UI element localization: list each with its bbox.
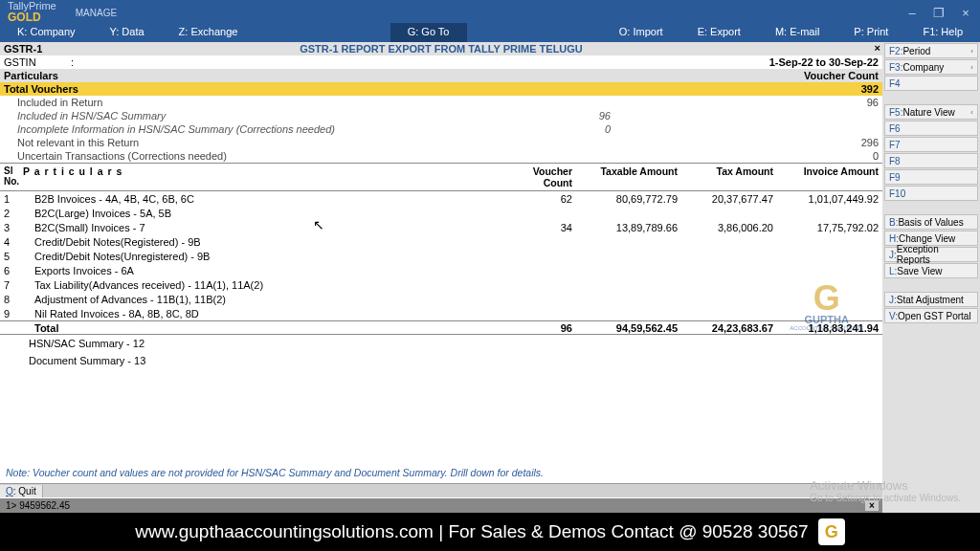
side-item[interactable]: F3: Company‹ <box>884 59 978 75</box>
gstin-label: GSTIN <box>4 56 71 68</box>
menu-exchange[interactable]: Z: Exchange <box>162 23 256 42</box>
note: Note: Voucher count and values are not p… <box>0 463 882 482</box>
included-val: 96 <box>867 97 879 108</box>
voucher-count-hdr: Voucher Count <box>804 70 879 81</box>
menubar: K: Company Y: Data Z: Exchange G: Go To … <box>0 23 980 42</box>
report-close-icon[interactable]: × <box>875 42 880 54</box>
calc-output: 1> 9459562.45 <box>6 500 70 511</box>
quit-button[interactable]: Q: Quit <box>0 485 43 497</box>
side-item: F8 <box>884 153 978 168</box>
menu-print[interactable]: P: Print <box>836 23 905 42</box>
table-row[interactable]: 9Nil Rated Invoices - 8A, 8B, 8C, 8D <box>0 306 882 320</box>
table-header: SlNo. P a r t i c u l a r s VoucherCount… <box>0 163 882 191</box>
menu-email[interactable]: M: E-mail <box>758 23 836 42</box>
hsn-inc-label[interactable]: Included in HSN/SAC Summary <box>17 110 166 121</box>
total-row: Total 96 94,59,562.45 24,23,683.67 1,18,… <box>0 320 882 335</box>
side-item[interactable]: F5: Nature View‹ <box>884 104 978 120</box>
side-item[interactable]: L: Save View <box>884 263 978 278</box>
period: 1-Sep-22 to 30-Sep-22 <box>769 56 879 68</box>
close-icon[interactable]: × <box>959 6 972 19</box>
total-vouchers-val: 392 <box>861 83 879 95</box>
report-name: GSTR-1 <box>4 43 42 55</box>
table-row[interactable]: 8Adjustment of Advances - 11B(1), 11B(2) <box>0 292 882 306</box>
side-item: F10 <box>884 186 978 201</box>
side-item[interactable]: J: Exception Reports <box>884 247 978 262</box>
hsn-incomp-val: 0 <box>605 123 611 135</box>
side-item: F9 <box>884 169 978 185</box>
summary-row[interactable]: HSN/SAC Summary - 12 <box>0 335 882 352</box>
watermark-logo: G GUPTHA ACCOUNTING SOLUTIONS <box>790 283 863 331</box>
included-label[interactable]: Included in Return <box>17 97 102 108</box>
side-item: F4 <box>884 76 978 91</box>
table-row[interactable]: 2B2C(Large) Invoices - 5A, 5B <box>0 206 882 220</box>
footer-logo-icon: G <box>818 518 845 545</box>
titlebar: TallyPrime GOLD MANAGE – ❐ × <box>0 0 980 25</box>
side-item: F7 <box>884 137 978 152</box>
menu-data[interactable]: Y: Data <box>93 23 162 42</box>
side-item[interactable]: B: Basis of Values <box>884 214 978 230</box>
hsn-incomp-label[interactable]: Incomplete Information in HSN/SAC Summar… <box>17 123 335 135</box>
activate-windows: Activate Windows Go to Settings to activ… <box>810 478 961 503</box>
menu-help[interactable]: F1: Help <box>905 23 980 42</box>
particulars-hdr: Particulars <box>4 70 58 81</box>
menu-import[interactable]: O: Import <box>602 23 680 42</box>
side-panel: F2: Period‹F3: Company‹F4 F5: Nature Vie… <box>882 42 980 513</box>
table-row[interactable]: 1B2B Invoices - 4A, 4B, 4C, 6B, 6C6280,6… <box>0 191 882 206</box>
maximize-icon[interactable]: ❐ <box>932 6 946 19</box>
table-row[interactable]: 6Exports Invoices - 6A <box>0 263 882 277</box>
manage-label[interactable]: MANAGE <box>76 8 117 18</box>
calculator-bar: Calculator × <box>0 498 882 513</box>
side-item[interactable]: F2: Period‹ <box>884 43 978 58</box>
menu-goto[interactable]: G: Go To <box>390 23 467 42</box>
uncertain-label[interactable]: Uncertain Transactions (Corrections need… <box>17 150 227 162</box>
report-pane: GSTR-1 GSTR-1 REPORT EXPORT FROM TALLY P… <box>0 42 882 513</box>
not-relevant-val: 296 <box>861 137 879 148</box>
summary-row[interactable]: Document Summary - 13 <box>0 352 882 369</box>
quit-bar: Q: Quit <box>0 483 882 497</box>
side-item[interactable]: J: Stat Adjustment <box>884 292 978 307</box>
not-relevant-label[interactable]: Not relevant in this Return <box>17 137 139 148</box>
table-row[interactable]: 4Credit/Debit Notes(Registered) - 9B <box>0 234 882 249</box>
table-row[interactable]: 3B2C(Small) Invoices - 73413,89,789.663,… <box>0 220 882 234</box>
table-row[interactable]: 5Credit/Debit Notes(Unregistered) - 9B <box>0 249 882 263</box>
total-vouchers-label: Total Vouchers <box>4 83 78 95</box>
hsn-inc-val: 96 <box>599 110 611 121</box>
side-item: F6 <box>884 121 978 136</box>
side-item[interactable]: V: Open GST Portal <box>884 308 978 323</box>
menu-company[interactable]: K: Company <box>0 23 93 42</box>
minimize-icon[interactable]: – <box>905 6 919 19</box>
menu-export[interactable]: E: Export <box>680 23 758 42</box>
uncertain-val: 0 <box>873 150 879 162</box>
footer-banner: www.gupthaaccountingsolutions.com | For … <box>0 513 980 551</box>
table-row[interactable]: 7Tax Liability(Advances received) - 11A(… <box>0 277 882 292</box>
report-title: GSTR-1 REPORT EXPORT FROM TALLY PRIME TE… <box>300 43 583 55</box>
